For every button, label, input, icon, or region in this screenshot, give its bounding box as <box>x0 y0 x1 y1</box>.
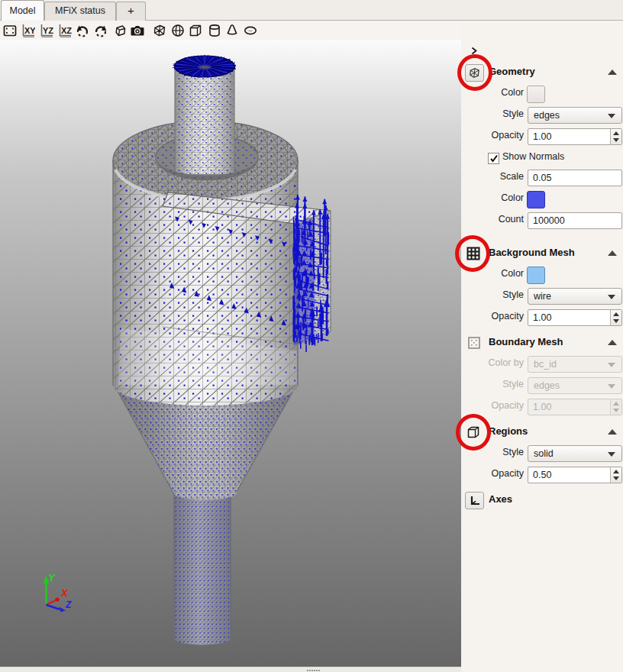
svg-text:X: X <box>60 587 69 599</box>
svg-text:XY: XY <box>24 26 35 35</box>
svg-text:XZ: XZ <box>61 26 72 35</box>
svg-text:Z: Z <box>65 599 72 610</box>
svg-text:Y: Y <box>48 572 56 583</box>
svg-text:YZ: YZ <box>43 26 53 35</box>
